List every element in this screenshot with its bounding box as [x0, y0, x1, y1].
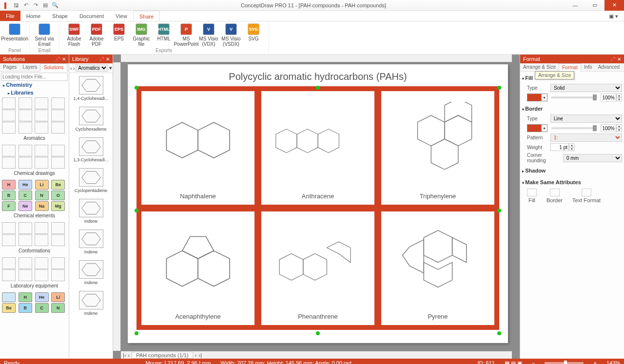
qat-undo-icon[interactable]: ↶ — [22, 2, 29, 9]
element-tile[interactable]: He — [35, 292, 49, 302]
element-tile[interactable]: N — [51, 303, 65, 313]
shape-thumb[interactable] — [2, 97, 16, 109]
qat-search-icon[interactable]: 🔍 — [52, 2, 58, 9]
library-menu-icon[interactable]: ▾ — [109, 65, 112, 71]
shape-thumb[interactable] — [51, 234, 65, 246]
msa-header[interactable]: Make Same Attributes — [522, 178, 622, 187]
weight-value[interactable] — [550, 143, 569, 151]
shape-thumb[interactable] — [51, 110, 65, 121]
msa-text[interactable]: Text Format — [572, 189, 601, 203]
zoom-slider[interactable] — [545, 362, 584, 364]
tree-chemistry[interactable]: Chemistry — [1, 81, 68, 89]
selection-handle[interactable] — [497, 86, 501, 90]
doctab-last-icon[interactable]: ›| — [198, 352, 202, 358]
subtab-advanced[interactable]: Advanced — [595, 63, 623, 71]
compound-cell[interactable]: Pyrene — [381, 211, 494, 325]
shape-thumb[interactable] — [19, 222, 32, 234]
compound-cell[interactable]: Phenanthrene — [261, 211, 374, 325]
fill-color-dropdown[interactable]: ▼ — [542, 94, 547, 101]
doctab-next-icon[interactable]: › — [195, 352, 197, 358]
fill-color-swatch[interactable] — [527, 94, 542, 101]
border-opacity-slider[interactable] — [551, 127, 597, 129]
ribbon-button[interactable]: HTMLHTML — [153, 22, 175, 47]
selection-handle[interactable] — [135, 331, 138, 335]
shape-thumb[interactable] — [35, 222, 48, 234]
element-tile[interactable] — [2, 292, 16, 302]
shape-thumb[interactable] — [35, 122, 48, 134]
shape-thumb[interactable] — [2, 222, 16, 234]
library-body[interactable]: 1,4-Cyclohexadi...Cyclohexadiene1,3-Cycl… — [69, 73, 113, 359]
shape-thumb[interactable] — [51, 222, 65, 234]
shape-thumb[interactable] — [19, 110, 32, 121]
tab-home[interactable]: Home — [20, 11, 46, 21]
doctab-first-icon[interactable]: |‹ — [123, 352, 126, 358]
doctab-prev-icon[interactable]: ‹ — [128, 352, 130, 358]
tab-document[interactable]: Document — [74, 11, 110, 21]
zoom-in-icon[interactable]: + — [593, 360, 596, 364]
qat-save-icon[interactable]: 🖫 — [13, 2, 20, 9]
qat-print-icon[interactable]: ▤ — [42, 2, 49, 9]
shape-thumb[interactable] — [2, 257, 16, 269]
ribbon-button[interactable]: Presentation — [4, 22, 25, 41]
selection-handle[interactable] — [497, 209, 501, 212]
qat-doc-icon[interactable]: ▌ — [3, 2, 10, 9]
ribbon-button[interactable]: SWFAdobe Flash — [63, 22, 85, 47]
shape-thumb[interactable] — [35, 110, 48, 121]
shape-thumb[interactable] — [51, 157, 65, 169]
element-tile[interactable]: Mg — [51, 201, 65, 211]
shape-thumb[interactable] — [19, 269, 32, 281]
ribbon-button[interactable]: VMS Visio (VSDX) — [220, 22, 242, 47]
element-tile[interactable]: B — [2, 191, 16, 200]
subtab-info[interactable]: Info — [581, 63, 595, 71]
compound-cell[interactable]: Naphthalene — [141, 91, 254, 205]
fill-opacity-slider[interactable] — [551, 96, 597, 98]
shape-thumb[interactable] — [51, 97, 65, 109]
msa-fill[interactable]: Fill — [527, 189, 537, 203]
tree-libraries[interactable]: Libraries — [1, 89, 68, 96]
library-item[interactable]: Cyclohexadiene — [69, 104, 113, 134]
subtab-solutions[interactable]: Solutions — [40, 63, 67, 72]
shape-thumb[interactable] — [19, 234, 32, 246]
doctab-active[interactable]: PAH compounds (1/1) — [132, 352, 193, 359]
element-tile[interactable]: H — [2, 180, 16, 190]
shape-thumb[interactable] — [19, 97, 32, 109]
shape-thumb[interactable] — [35, 269, 48, 281]
library-item[interactable]: Indene — [69, 288, 113, 319]
shape-thumb[interactable] — [2, 122, 16, 134]
compound-cell[interactable]: Triphenylene — [381, 91, 494, 205]
element-tile[interactable]: He — [19, 180, 32, 190]
shape-thumb[interactable] — [19, 145, 32, 156]
fill-type-select[interactable]: Solid — [550, 84, 622, 92]
border-opacity-value[interactable] — [601, 124, 616, 132]
element-tile[interactable]: F — [2, 201, 16, 211]
pattern-select[interactable]: 1: — [550, 134, 622, 142]
shape-thumb[interactable] — [35, 234, 48, 246]
ribbon-button[interactable]: Send via Email — [34, 22, 55, 47]
file-tab[interactable]: File — [0, 11, 20, 21]
shape-thumb[interactable] — [2, 110, 16, 121]
shape-thumb[interactable] — [19, 122, 32, 134]
selection-handle[interactable] — [316, 86, 320, 90]
solutions-controls[interactable]: 📌 ✕ — [55, 57, 66, 62]
element-tile[interactable]: Be — [2, 303, 16, 313]
ribbon-button[interactable]: EPSEPS — [108, 22, 130, 47]
library-item[interactable]: 1,4-Cyclohexadi... — [69, 73, 113, 104]
element-tile[interactable]: Li — [51, 292, 65, 302]
selection-handle[interactable] — [316, 331, 320, 335]
shape-thumb[interactable] — [2, 234, 16, 246]
shape-thumb[interactable] — [51, 269, 65, 281]
shape-thumb[interactable] — [51, 145, 65, 156]
minimize-button[interactable]: — — [566, 0, 585, 11]
tab-view[interactable]: View — [110, 11, 133, 21]
ribbon-button[interactable]: SVGSVG — [243, 22, 264, 47]
status-views[interactable]: ▦ ▤ ▣ — [505, 360, 522, 364]
selection-handle[interactable] — [135, 86, 138, 90]
shape-thumb[interactable] — [35, 257, 48, 269]
border-type-select[interactable]: Line — [550, 115, 622, 123]
shape-thumb[interactable] — [35, 157, 48, 169]
maximize-button[interactable]: ▭ — [585, 0, 604, 11]
element-tile[interactable]: O — [51, 191, 65, 200]
element-tile[interactable]: Li — [35, 180, 49, 190]
zoom-value[interactable]: 143% — [606, 360, 620, 364]
library-dropdown[interactable]: Aromatics — [76, 64, 108, 72]
